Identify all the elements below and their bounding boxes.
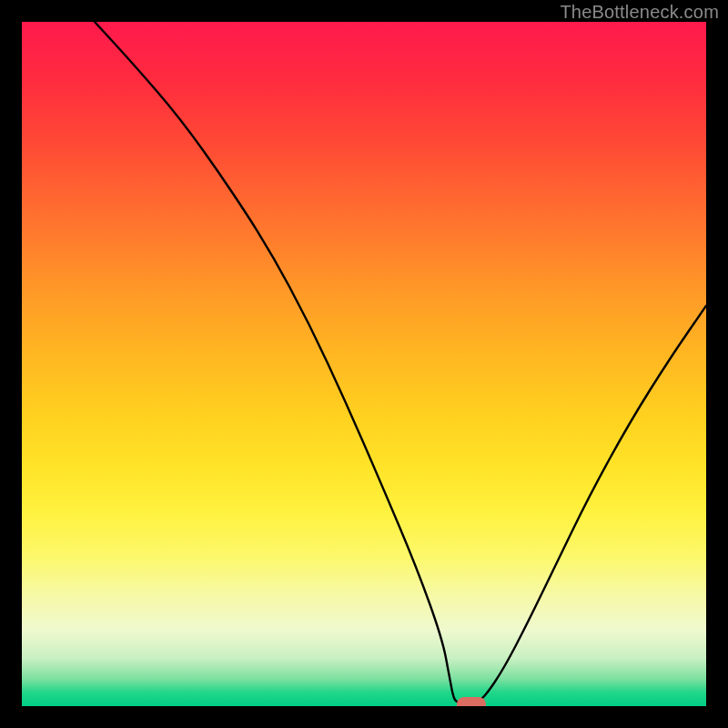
optimal-point-marker (457, 697, 486, 706)
plot-area (22, 22, 706, 706)
watermark-text: TheBottleneck.com (560, 2, 719, 23)
bottleneck-curve (22, 22, 706, 706)
chart-frame: TheBottleneck.com (0, 0, 728, 728)
